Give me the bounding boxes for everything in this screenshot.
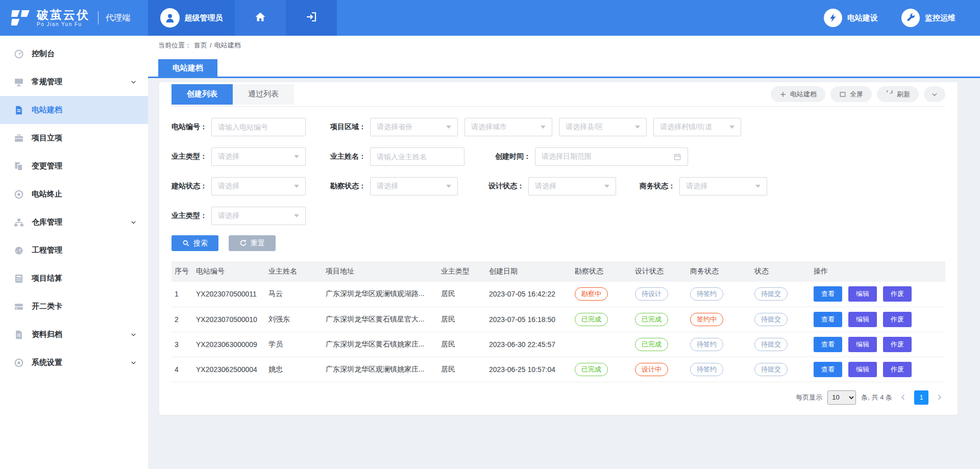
sidebar: 控制台 常规管理 电站建档 项目立项 变更管理 电站终止 (0, 36, 148, 469)
edit-button[interactable]: 编辑 (848, 286, 877, 302)
sidebar-item-warehouse-mgmt[interactable]: 仓库管理 (0, 208, 148, 236)
build-status-select[interactable]: 请选择 (211, 177, 306, 195)
sidebar-item-engineering-mgmt[interactable]: 工程管理 (0, 236, 148, 264)
table-row: 1 YX2023070500011 马云 广东深圳龙华区观澜镇观湖路... 居民… (172, 282, 945, 307)
home-button[interactable] (235, 0, 286, 36)
survey-status-select[interactable]: 请选择 (370, 177, 458, 195)
collapse-button[interactable] (924, 86, 945, 102)
nav-monitor-ops[interactable]: 监控运维 (901, 9, 955, 27)
col-owner-name: 业主姓名 (265, 261, 323, 282)
col-owner-type: 业主类型 (438, 261, 486, 282)
logout-button[interactable] (286, 0, 337, 36)
province-select[interactable]: 请选择省份 (370, 118, 458, 136)
sidebar-item-label: 系统设置 (32, 358, 62, 367)
sidebar-item-change-mgmt[interactable]: 变更管理 (0, 152, 148, 180)
sidebar-item-label: 常规管理 (32, 77, 62, 87)
add-station-button[interactable]: 电站建档 (771, 86, 825, 102)
edit-button[interactable]: 编辑 (848, 312, 877, 327)
void-button[interactable]: 作废 (883, 312, 912, 327)
tab-create-list[interactable]: 创建列表 (172, 84, 233, 105)
owner-type-select[interactable]: 请选择 (211, 147, 306, 166)
chevron-left-icon (899, 393, 907, 401)
document-icon (14, 105, 24, 115)
status-badge: 待提交 (754, 338, 788, 351)
page-1-button[interactable]: 1 (914, 390, 928, 405)
sidebar-item-project-initiation[interactable]: 项目立项 (0, 124, 148, 152)
design-status-select[interactable]: 请选择 (528, 177, 616, 195)
edit-button[interactable]: 编辑 (848, 337, 877, 352)
caret-down-icon (729, 126, 734, 129)
card-icon (14, 302, 24, 312)
logo-title: 破茧云伏 (37, 9, 90, 21)
col-address: 项目地址 (323, 261, 438, 282)
breadcrumb-home[interactable]: 首页 (194, 41, 207, 50)
void-button[interactable]: 作废 (883, 337, 912, 352)
refresh-icon (886, 90, 893, 98)
status-badge: 已完成 (635, 313, 668, 326)
page-tab-station-archive[interactable]: 电站建档 (158, 59, 217, 77)
settings-icon (14, 358, 24, 368)
table-row: 4 YX2023062500004 姚忠 广东深圳龙华区观澜镇姚家庄... 居民… (172, 357, 945, 382)
dashboard-icon (14, 49, 24, 59)
view-button[interactable]: 查看 (814, 286, 842, 302)
status-badge: 待设计 (635, 287, 668, 301)
chevron-down-icon (130, 331, 137, 338)
edit-button[interactable]: 编辑 (848, 362, 877, 377)
fullscreen-label: 全屏 (850, 90, 863, 99)
sidebar-item-station-termination[interactable]: 电站终止 (0, 180, 148, 208)
nav-station-build[interactable]: 电站建设 (824, 9, 878, 27)
sidebar-item-open-class2-card[interactable]: 开二类卡 (0, 292, 148, 320)
owner-name-label: 业主姓名： (330, 152, 366, 161)
station-no-input[interactable] (211, 118, 306, 136)
void-button[interactable]: 作废 (883, 362, 912, 377)
sidebar-item-station-archive[interactable]: 电站建档 (0, 96, 148, 124)
sidebar-item-project-settlement[interactable]: 项目结算 (0, 264, 148, 292)
content-area: 创建列表 通过列表 电站建档 全屏 (148, 78, 980, 469)
breadcrumb: 当前位置： 首页 / 电站建档 (148, 36, 980, 55)
page-tab-strip: 电站建档 (148, 55, 980, 78)
caret-down-icon (755, 185, 761, 188)
caret-down-icon (635, 126, 640, 129)
fullscreen-button[interactable]: 全屏 (830, 86, 872, 102)
table-row: 3 YX2023063000009 学员 广东深圳龙华区黄石镇姚家庄... 居民… (172, 332, 945, 357)
reset-button[interactable]: 重置 (229, 235, 276, 251)
void-button[interactable]: 作废 (883, 286, 912, 302)
status-badge: 勘察中 (575, 287, 608, 301)
build-status-label: 建站状态： (172, 182, 207, 191)
sidebar-item-console[interactable]: 控制台 (0, 40, 148, 68)
chevron-down-icon (130, 359, 137, 366)
sidebar-item-system-settings[interactable]: 系统设置 (0, 349, 148, 377)
user-menu[interactable]: 超级管理员 (148, 0, 235, 36)
sidebar-item-label: 电站建档 (32, 105, 62, 115)
district-select[interactable]: 请选择县/区 (559, 118, 647, 136)
per-page-select[interactable]: 10 (827, 390, 856, 405)
street-select[interactable]: 请选择村镇/街道 (653, 118, 741, 136)
business-status-select[interactable]: 请选择 (679, 177, 767, 195)
col-design-status: 设计状态 (632, 261, 687, 282)
view-button[interactable]: 查看 (814, 362, 842, 377)
sidebar-item-label: 项目结算 (32, 274, 62, 283)
header-right-nav: 电站建设 监控运维 (824, 0, 980, 36)
top-header: 破茧云伏 Po Jian Yun Fu 代理端 超级管理员 (0, 0, 980, 36)
prev-page-button[interactable] (897, 393, 909, 401)
next-page-button[interactable] (934, 393, 945, 401)
sidebar-item-general-mgmt[interactable]: 常规管理 (0, 68, 148, 96)
refresh-button[interactable]: 刷新 (877, 86, 919, 102)
status-badge: 签约中 (690, 313, 723, 326)
sidebar-item-label: 开二类卡 (32, 302, 62, 311)
logo[interactable]: 破茧云伏 Po Jian Yun Fu 代理端 (0, 0, 148, 36)
view-button[interactable]: 查看 (814, 312, 842, 327)
owner-name-input[interactable] (370, 147, 464, 166)
sidebar-item-data-archive[interactable]: 资料归档 (0, 320, 148, 349)
date-range-picker[interactable]: 请选择日期范围 (535, 147, 688, 166)
sidebar-item-label: 电站终止 (32, 189, 62, 199)
city-select[interactable]: 请选择城市 (464, 118, 552, 136)
view-button[interactable]: 查看 (814, 337, 842, 352)
copy-icon (14, 161, 24, 171)
owner-type-label: 业主类型： (172, 152, 207, 161)
monitor-icon (14, 77, 24, 87)
search-button[interactable]: 搜索 (172, 235, 218, 251)
table-header-row: 序号 电站编号 业主姓名 项目地址 业主类型 创建日期 勘察状态 设计状态 商务… (172, 261, 945, 282)
tab-passed-list[interactable]: 通过列表 (233, 84, 294, 105)
owner-type2-select[interactable]: 请选择 (211, 207, 306, 225)
